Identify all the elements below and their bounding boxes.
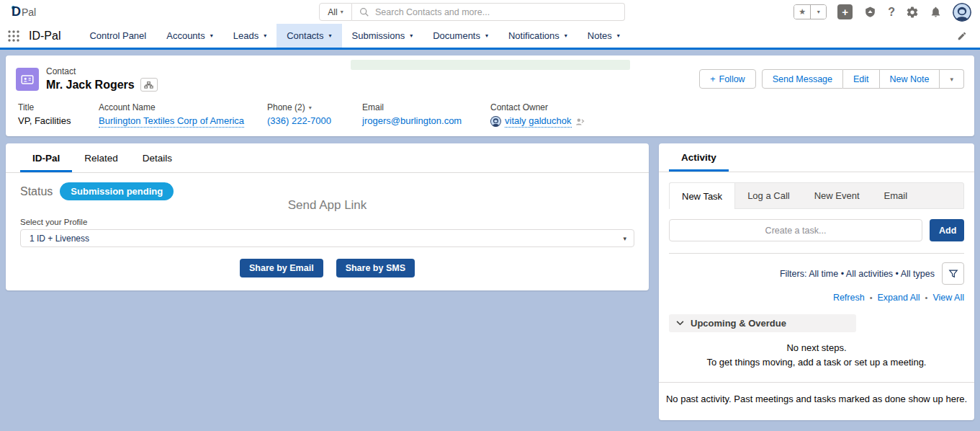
activity-panel: Activity New Task Log a Call New Event E… <box>659 143 974 420</box>
field-value: VP, Facilities <box>18 115 99 126</box>
follow-button[interactable]: + Follow <box>699 69 755 89</box>
tab-idpal[interactable]: ID-Pal <box>20 143 72 172</box>
chevron-down-icon[interactable]: ▾ <box>485 32 488 39</box>
record-name: Mr. Jack Rogers <box>46 79 135 92</box>
nav-item-accounts[interactable]: Accounts ▾ <box>156 24 223 48</box>
chevron-down-icon[interactable]: ▾ <box>410 32 413 39</box>
setup-gear-icon[interactable] <box>906 6 919 19</box>
field-label: Contact Owner <box>490 102 585 112</box>
chevron-down-icon[interactable]: ▾ <box>328 32 331 39</box>
contact-owner-link[interactable]: vitaly galduchok <box>505 115 572 128</box>
field-account-name: Account Name Burlington Textiles Corp of… <box>99 102 267 128</box>
send-app-link-heading: Send App Link <box>6 198 649 213</box>
view-hierarchy-button[interactable] <box>140 78 158 92</box>
account-name-link[interactable]: Burlington Textiles Corp of America <box>99 115 244 128</box>
nav-item-notes[interactable]: Notes ▾ <box>577 24 630 48</box>
idpal-panel: ID-Pal Related Details Send App Link Sta… <box>6 143 649 290</box>
header-utility-icons: ★ ▾ + ? <box>794 0 971 24</box>
contact-entity-icon <box>16 68 39 91</box>
global-search: All ▾ <box>319 3 625 21</box>
chevron-down-icon[interactable]: ▾ <box>210 32 213 39</box>
share-buttons-row: Share by Email Share by SMS <box>6 259 649 290</box>
nav-item-submissions[interactable]: Submissions ▾ <box>342 24 423 48</box>
activity-composer: New Task Log a Call New Event Email Add <box>669 182 964 254</box>
contact-titles: Contact Mr. Jack Rogers <box>46 66 158 92</box>
chevron-down-icon[interactable]: ▾ <box>617 32 620 39</box>
nav-item-notifications[interactable]: Notifications ▾ <box>498 24 577 48</box>
create-task-input[interactable] <box>669 219 922 241</box>
filter-funnel-button[interactable] <box>942 262 964 285</box>
chevron-down-icon <box>676 321 684 326</box>
search-input[interactable] <box>375 7 617 17</box>
idpal-logo: D Pal <box>12 4 36 19</box>
field-phone: Phone (2) ▾ (336) 222-7000 <box>267 102 362 128</box>
search-box <box>352 3 625 21</box>
subtab-new-event[interactable]: New Event <box>802 183 872 208</box>
global-create-icon[interactable]: + <box>837 4 853 19</box>
subtab-log-a-call[interactable]: Log a Call <box>735 183 802 208</box>
tab-details[interactable]: Details <box>130 143 184 172</box>
field-label: Account Name <box>99 102 267 112</box>
tab-activity[interactable]: Activity <box>669 143 729 172</box>
field-label: Email <box>362 102 490 112</box>
nav-item-label: Submissions <box>352 30 405 41</box>
profile-select[interactable]: 1 ID + Liveness ▾ <box>20 229 634 247</box>
email-link[interactable]: jrogers@burlington.com <box>362 115 462 126</box>
chevron-down-icon: ▾ <box>341 9 343 15</box>
edit-button[interactable]: Edit <box>843 69 880 89</box>
field-email: Email jrogers@burlington.com <box>362 102 490 128</box>
contact-detail-fields: Title VP, Facilities Account Name Burlin… <box>6 92 974 128</box>
plus-icon: + <box>710 74 715 84</box>
app-name: ID-Pal <box>29 30 60 43</box>
main-columns: ID-Pal Related Details Send App Link Sta… <box>6 143 974 420</box>
more-actions-button[interactable]: ▾ <box>940 69 964 89</box>
favorites-caret-icon[interactable]: ▾ <box>810 5 826 19</box>
nav-item-label: Notes <box>588 30 612 41</box>
profile-select-value: 1 ID + Liveness <box>30 234 89 244</box>
tab-related[interactable]: Related <box>72 143 130 172</box>
chevron-down-icon[interactable]: ▾ <box>565 32 567 39</box>
upcoming-overdue-expander[interactable]: Upcoming & Overdue <box>669 314 856 332</box>
change-owner-icon[interactable] <box>575 117 585 126</box>
nav-item-label: Documents <box>433 30 480 41</box>
nav-item-label: Leads <box>233 30 259 41</box>
app-navigation-bar: ID-Pal Control Panel Accounts ▾ Leads ▾ … <box>0 24 980 50</box>
app-launcher-icon[interactable] <box>7 30 20 43</box>
chevron-down-icon: ▾ <box>623 235 626 242</box>
activity-divider <box>659 382 974 383</box>
nav-item-documents[interactable]: Documents ▾ <box>423 24 498 48</box>
search-scope-button[interactable]: All ▾ <box>319 3 352 21</box>
expand-all-link[interactable]: Expand All <box>878 293 920 303</box>
share-by-email-button[interactable]: Share by Email <box>240 259 323 277</box>
owner-avatar <box>490 116 501 127</box>
guidance-center-icon[interactable] <box>863 5 877 19</box>
phone-options-caret-icon[interactable]: ▾ <box>309 105 312 111</box>
refresh-link[interactable]: Refresh <box>833 293 865 303</box>
user-avatar[interactable] <box>953 3 971 22</box>
send-message-button[interactable]: Send Message <box>762 69 843 89</box>
add-task-button[interactable]: Add <box>930 219 964 241</box>
dot-separator: • <box>925 293 928 302</box>
field-label: Phone (2) <box>267 102 305 112</box>
edit-navigation-pencil-icon[interactable] <box>957 31 967 41</box>
view-all-link[interactable]: View All <box>932 293 964 303</box>
help-icon[interactable]: ? <box>888 6 895 18</box>
nav-item-contacts[interactable]: Contacts ▾ <box>277 24 341 48</box>
chevron-down-icon[interactable]: ▾ <box>264 32 266 39</box>
nav-item-control-panel[interactable]: Control Panel <box>79 24 156 48</box>
favorites-star-icon[interactable]: ★ <box>794 5 810 19</box>
nav-item-leads[interactable]: Leads ▾ <box>223 24 277 48</box>
new-note-button[interactable]: New Note <box>880 69 940 89</box>
phone-link[interactable]: (336) 222-7000 <box>267 115 331 126</box>
section-title: Upcoming & Overdue <box>691 318 786 329</box>
activity-tabs: Activity <box>659 143 974 172</box>
no-past-activity-message: No past activity. Past meetings and task… <box>659 394 974 420</box>
filters-summary[interactable]: Filters: All time • All activities • All… <box>780 269 935 279</box>
profile-select-label: Select your Profile <box>20 218 649 226</box>
record-actions: + Follow Send Message Edit New Note ▾ <box>699 69 964 89</box>
subtab-new-task[interactable]: New Task <box>669 182 735 209</box>
subtab-email[interactable]: Email <box>872 183 920 208</box>
follow-label: Follow <box>719 74 745 84</box>
share-by-sms-button[interactable]: Share by SMS <box>336 259 415 277</box>
notifications-bell-icon[interactable] <box>930 6 942 18</box>
